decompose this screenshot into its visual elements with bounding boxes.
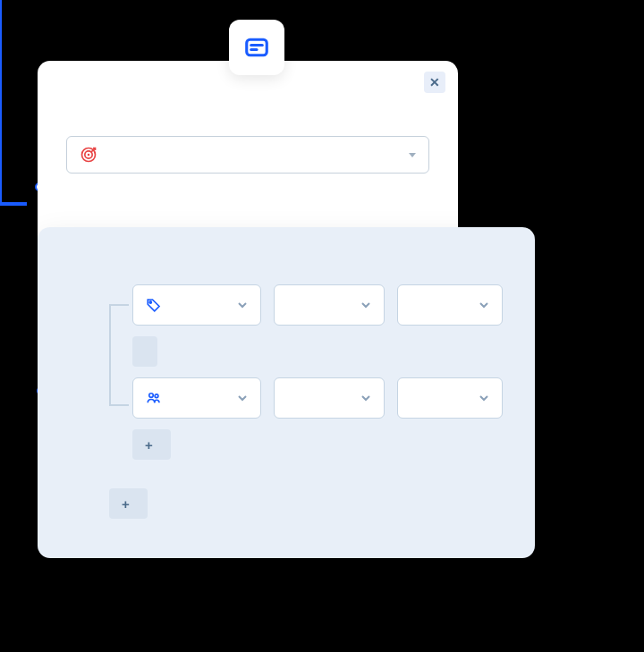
condition-operator-select[interactable] <box>274 284 385 326</box>
conditions-tree: + + <box>109 284 503 529</box>
tree-connector <box>109 404 129 406</box>
connector-line <box>0 0 2 202</box>
condition-row <box>132 377 503 419</box>
assignees-icon <box>146 390 162 406</box>
svg-point-6 <box>149 301 151 303</box>
pipe-select[interactable] <box>66 136 429 174</box>
plus-icon: + <box>145 437 153 453</box>
close-button[interactable]: ✕ <box>424 72 445 93</box>
chevron-down-icon <box>479 393 489 403</box>
condition-field-select[interactable] <box>132 284 261 326</box>
add-and-button[interactable]: + <box>132 429 171 460</box>
connector-line <box>0 204 27 206</box>
chevron-down-icon <box>237 393 248 403</box>
svg-point-7 <box>149 394 154 398</box>
condition-row <box>132 284 503 326</box>
condition-value-select[interactable] <box>397 284 503 326</box>
chevron-down-icon <box>360 393 371 403</box>
svg-point-5 <box>88 154 90 157</box>
target-icon <box>80 146 97 164</box>
chevron-down-icon <box>360 300 371 310</box>
chevron-down-icon <box>479 300 489 310</box>
close-icon: ✕ <box>429 75 440 89</box>
tree-connector <box>109 304 111 404</box>
tree-connector <box>109 304 129 306</box>
svg-point-8 <box>155 394 158 398</box>
condition-value-select[interactable] <box>397 377 503 419</box>
conditions-card: + + <box>38 227 535 558</box>
condition-operator-select[interactable] <box>274 377 385 419</box>
chevron-down-icon <box>237 300 248 310</box>
chevron-down-icon <box>409 153 416 157</box>
label-icon <box>146 297 162 313</box>
add-or-button[interactable]: + <box>109 488 148 519</box>
plus-icon: + <box>122 496 130 512</box>
and-connector <box>132 336 157 367</box>
condition-field-select[interactable] <box>132 377 261 419</box>
svg-rect-0 <box>247 39 267 55</box>
card-form-icon <box>229 20 284 75</box>
